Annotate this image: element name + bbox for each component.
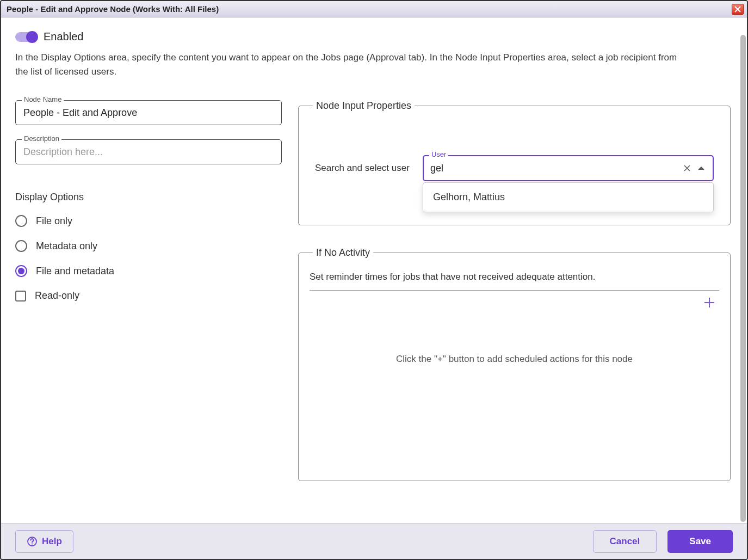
checkbox-icon (15, 291, 26, 301)
description-label: Description (22, 134, 61, 143)
checkbox-read-only[interactable]: Read-only (15, 290, 282, 301)
save-button[interactable]: Save (667, 530, 733, 553)
user-dropdown: Gelhorn, Mattius (423, 182, 714, 212)
add-action-button[interactable] (702, 295, 717, 310)
display-options-title: Display Options (15, 192, 282, 203)
cancel-button[interactable]: Cancel (593, 530, 657, 553)
titlebar: People - Edit and Approve Node (Works Wi… (1, 1, 747, 17)
if-no-activity-desc: Set reminder times for jobs that have no… (310, 269, 719, 291)
if-no-activity-fieldset: If No Activity Set reminder times for jo… (298, 247, 731, 481)
node-input-properties-fieldset: Node Input Properties Search and select … (298, 100, 731, 225)
user-input[interactable] (430, 156, 678, 180)
help-button[interactable]: Help (15, 530, 73, 553)
svg-point-1 (32, 543, 33, 544)
scrollbar-thumb[interactable] (740, 35, 746, 522)
node-name-label: Node Name (22, 95, 64, 103)
chevron-up-icon[interactable] (696, 163, 706, 173)
if-no-activity-legend: If No Activity (313, 247, 373, 259)
plus-icon (703, 297, 715, 309)
scrollbar[interactable] (740, 35, 746, 522)
close-button[interactable] (732, 4, 744, 15)
user-field-label: User (429, 150, 448, 158)
if-no-activity-empty: Click the "+" button to add scheduled ac… (310, 310, 719, 446)
checkbox-label: Read-only (35, 290, 79, 301)
toggle-knob (26, 31, 38, 43)
radio-label: Metadata only (36, 241, 97, 252)
enabled-toggle[interactable] (15, 32, 37, 42)
radio-file-and-metadata[interactable]: File and metadata (15, 265, 282, 277)
dropdown-item[interactable]: Gelhorn, Mattius (423, 183, 713, 212)
close-icon (734, 6, 741, 13)
clear-icon[interactable] (682, 163, 692, 173)
radio-icon (15, 215, 27, 227)
help-label: Help (42, 536, 62, 547)
intro-text: In the Display Options area, specify the… (15, 51, 690, 78)
user-combobox[interactable] (423, 155, 714, 181)
enabled-label: Enabled (44, 30, 83, 43)
radio-icon (15, 265, 27, 277)
radio-icon (15, 240, 27, 252)
radio-metadata-only[interactable]: Metadata only (15, 240, 282, 252)
search-user-label: Search and select user (315, 163, 410, 174)
main-content: Enabled In the Display Options area, spe… (1, 17, 747, 523)
window-title: People - Edit and Approve Node (Works Wi… (7, 4, 219, 14)
node-name-input[interactable] (15, 100, 282, 125)
radio-file-only[interactable]: File only (15, 215, 282, 227)
footer: Help Cancel Save (1, 523, 747, 559)
description-input[interactable] (15, 139, 282, 164)
radio-label: File and metadata (36, 266, 114, 277)
radio-label: File only (36, 216, 72, 227)
help-icon (27, 536, 38, 547)
node-input-properties-legend: Node Input Properties (313, 100, 415, 112)
